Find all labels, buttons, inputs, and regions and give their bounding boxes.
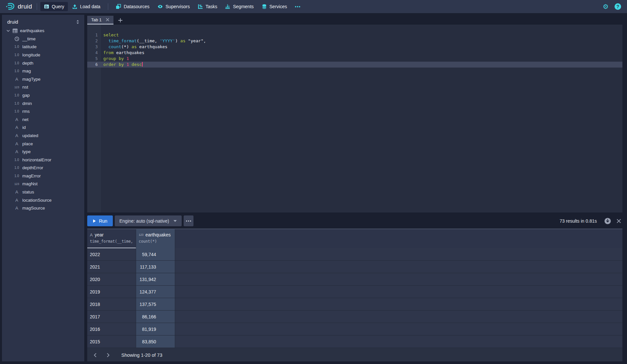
query-icon [44, 4, 49, 9]
table-row[interactable]: 201786,166 [87, 311, 622, 323]
run-button[interactable]: Run [87, 215, 113, 226]
table-row[interactable]: 2019124,377 [87, 286, 622, 298]
next-page-button[interactable] [104, 352, 113, 359]
cell-earthquakes[interactable]: 117,133 [136, 261, 175, 273]
schema-header[interactable]: druid [2, 15, 84, 27]
sidebar-column-magNst[interactable]: 123magNst [2, 180, 84, 188]
sidebar-column-net[interactable]: Anet [2, 115, 84, 124]
cell-year[interactable]: 2022 [87, 248, 136, 260]
cell-year[interactable]: 2018 [87, 298, 136, 310]
download-results-button[interactable] [604, 217, 611, 225]
sidebar-column-horizontalError[interactable]: 1.0horizontalError [2, 156, 84, 164]
sidebar-column-depthError[interactable]: 1.0depthError [2, 164, 84, 172]
nav-item-services[interactable]: Services [258, 2, 291, 11]
table-row[interactable]: 2021117,133 [87, 261, 622, 273]
cell-earthquakes[interactable]: 124,377 [136, 286, 175, 298]
column-label: net [22, 117, 29, 122]
sidebar-column-dmin[interactable]: 1.0dmin [2, 99, 84, 108]
nav-item-tasks[interactable]: Tasks [194, 2, 221, 11]
cell-earthquakes[interactable]: 131,942 [136, 273, 175, 285]
float-type-icon: 1.0 [14, 166, 20, 170]
string-type-icon: A [90, 233, 93, 237]
sidebar-column-rms[interactable]: 1.0rms [2, 107, 84, 115]
sidebar-column-id[interactable]: Aid [2, 124, 84, 132]
chevron-down-icon[interactable] [6, 29, 10, 33]
column-label: id [22, 125, 26, 130]
sidebar-column-magSource[interactable]: AmagSource [2, 204, 84, 212]
sql-editor[interactable]: 1select2 time_format(__time, 'YYYY') as … [87, 25, 622, 212]
column-name: year [95, 232, 104, 237]
add-tab-button[interactable] [118, 16, 123, 25]
cell-year[interactable]: 2015 [87, 335, 136, 348]
sidebar-column-magError[interactable]: 1.0magError [2, 172, 84, 180]
sidebar-column-nst[interactable]: 123nst [2, 83, 84, 91]
cell-earthquakes[interactable]: 83,850 [136, 335, 175, 348]
column-list: __time1.0latitude1.0longitude1.0depth1.0… [2, 35, 84, 212]
sidebar-column-locationSource[interactable]: AlocationSource [2, 196, 84, 204]
sidebar-column-longitude[interactable]: 1.0longitude [2, 51, 84, 59]
table-row[interactable]: 201583,850 [87, 335, 622, 348]
float-type-icon: 1.0 [14, 174, 20, 178]
column-header-year[interactable]: A year time_format(__time, … [87, 229, 136, 248]
sidebar-column-mag[interactable]: 1.0mag [2, 67, 84, 75]
int-type-icon: 123 [14, 86, 20, 89]
column-label: status [22, 190, 34, 194]
sidebar-datasource-earthquakes[interactable]: earthquakes [2, 27, 84, 35]
cell-earthquakes[interactable]: 86,166 [136, 311, 175, 323]
nav-item-label: Query [52, 4, 64, 9]
sidebar-column-__time[interactable]: __time [2, 35, 84, 43]
sidebar-column-status[interactable]: Astatus [2, 188, 84, 196]
cell-year[interactable]: 2017 [87, 311, 136, 323]
sidebar-column-depth[interactable]: 1.0depth [2, 59, 84, 67]
column-label: mag [22, 69, 31, 73]
sidebar-column-magType[interactable]: AmagType [2, 75, 84, 83]
table-row[interactable]: 201681,919 [87, 323, 622, 335]
column-label: dmin [22, 101, 32, 106]
table-row[interactable]: 202259,744 [87, 248, 622, 261]
cell-year[interactable]: 2016 [87, 323, 136, 335]
line-number: 4 [87, 50, 101, 56]
text-cursor [142, 62, 143, 67]
nav-item-supervisors[interactable]: Supervisors [154, 2, 193, 11]
column-label: type [22, 149, 31, 154]
sidebar-column-updated[interactable]: Aupdated [2, 131, 84, 140]
cell-year[interactable]: 2019 [87, 286, 136, 298]
cell-earthquakes[interactable]: 81,919 [136, 323, 175, 335]
string-type-icon: A [14, 198, 20, 203]
prev-page-button[interactable] [91, 352, 100, 359]
sidebar-column-type[interactable]: Atype [2, 148, 84, 156]
nav-item-more[interactable] [291, 4, 304, 10]
nav-item-query[interactable]: Query [40, 2, 68, 11]
column-label: gap [22, 93, 30, 98]
cell-year[interactable]: 2021 [87, 261, 136, 273]
pagination-bar: Showing 1-20 of 73 [87, 349, 622, 361]
column-label: magSource [22, 206, 45, 211]
table-row[interactable]: 2020131,942 [87, 273, 622, 286]
run-bar: Run Engine: auto (sql-native) 73 results… [87, 215, 622, 226]
column-label: magNst [22, 181, 38, 186]
query-more-button[interactable] [184, 215, 193, 226]
help-icon[interactable]: ? [615, 3, 621, 10]
schema-sidebar: druid earthquakes __time1.0latitude1.0lo… [2, 15, 84, 361]
sidebar-column-place[interactable]: Aplace [2, 140, 84, 148]
tab-close-icon[interactable] [106, 18, 110, 22]
nav-item-datasources[interactable]: Datasources [112, 2, 153, 11]
pagination-label: Showing 1-20 of 73 [121, 353, 162, 358]
cell-earthquakes[interactable]: 59,744 [136, 248, 175, 260]
nav-item-load-data[interactable]: Load data [69, 2, 104, 11]
druid-logo[interactable]: druid [5, 3, 33, 10]
column-header-earthquakes[interactable]: 123 earthquakes count(*) [136, 229, 175, 248]
nav-item-segments[interactable]: Segments [221, 2, 257, 11]
string-type-icon: A [14, 190, 20, 194]
cell-earthquakes[interactable]: 137,575 [136, 298, 175, 310]
sidebar-column-latitude[interactable]: 1.0latitude [2, 43, 84, 51]
double-caret-vertical-icon[interactable] [76, 20, 80, 24]
settings-gear-icon[interactable]: ⚙ [603, 3, 609, 10]
engine-select-button[interactable]: Engine: auto (sql-native) [115, 215, 182, 226]
close-results-button[interactable] [617, 219, 621, 223]
cell-year[interactable]: 2020 [87, 273, 136, 285]
sidebar-column-gap[interactable]: 1.0gap [2, 91, 84, 99]
line-number: 1 [87, 32, 101, 38]
tab-1[interactable]: Tab 1 [87, 16, 113, 25]
table-row[interactable]: 2018137,575 [87, 298, 622, 311]
